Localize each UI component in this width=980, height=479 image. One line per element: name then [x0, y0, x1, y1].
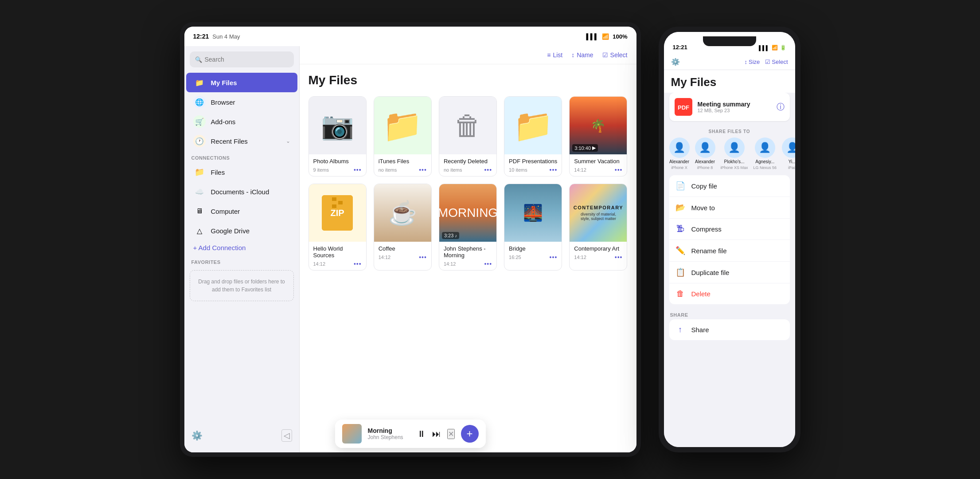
- recently-deleted-more[interactable]: •••: [484, 166, 492, 173]
- itunes-name: iTunes Files: [379, 158, 427, 165]
- summer-name: Summer Vacation: [574, 158, 622, 165]
- avatar-name-5: Yi...: [789, 159, 795, 164]
- add-to-queue-button[interactable]: +: [461, 425, 479, 443]
- avatar-name-4: Agnesiy...: [755, 159, 774, 164]
- phone: 12:21 ▌▌▌ 📶 🔋 ⚙️ ↕ Size ☑ Select: [659, 27, 800, 452]
- avatar-4[interactable]: 👤 Agnesiy... LG Nexus 56: [754, 137, 777, 170]
- pause-button[interactable]: ⏸: [417, 429, 426, 439]
- share-label: Share: [691, 326, 709, 334]
- pdf-more[interactable]: •••: [550, 166, 558, 173]
- phone-status-icons: ▌▌▌ 📶 🔋: [759, 45, 786, 51]
- close-player-button[interactable]: ✕: [447, 429, 455, 439]
- morning-meta: 14:12: [444, 261, 456, 267]
- file-card-photo-albums[interactable]: 📷 Photo Albums 9 items •••: [308, 96, 367, 177]
- move-label: Move to: [691, 204, 715, 212]
- file-card-morning[interactable]: MORNING 3:23 ♪ John Stephens - Morning: [439, 184, 497, 271]
- next-button[interactable]: ⏭: [432, 429, 441, 439]
- file-info-button[interactable]: ⓘ: [777, 102, 785, 112]
- avatar-5[interactable]: 👤 Yi... iPad: [782, 137, 795, 170]
- copy-file-action[interactable]: 📄 Copy file: [669, 175, 790, 197]
- avatar-name-3: Plokho's...: [724, 159, 745, 164]
- sidebar-item-icloud[interactable]: ☁️ Documents - iCloud: [186, 182, 297, 201]
- files-scroll-area[interactable]: My Files 📷 Photo Albums 9 items: [300, 64, 636, 452]
- main-toolbar: ≡ List ↕ Name ☑ Select: [300, 46, 636, 64]
- avatar-device-3: iPhone XS Max: [721, 165, 748, 170]
- sidebar-item-recent[interactable]: 🕐 Recent Files ⌄: [186, 131, 297, 151]
- settings-icon[interactable]: ⚙️: [191, 430, 203, 441]
- move-to-action[interactable]: 📂 Move to: [669, 197, 790, 219]
- morning-more[interactable]: •••: [484, 260, 492, 267]
- compress-action[interactable]: 🗜 Compress: [669, 219, 790, 240]
- duplicate-action[interactable]: 📋 Duplicate file: [669, 262, 790, 283]
- list-icon: ≡: [547, 51, 551, 59]
- file-card-summer[interactable]: 🌴 3:10:40 ▶ Summer Vacation 14:: [569, 96, 627, 177]
- contemporary-meta: 14:12: [574, 255, 586, 260]
- coffee-name: Coffee: [379, 245, 427, 252]
- file-card-itunes[interactable]: 📁 iTunes Files no items •••: [374, 96, 432, 177]
- music-player: Morning John Stephens ⏸ ⏭ ✕ +: [335, 420, 486, 448]
- share-action[interactable]: ↑ Share: [669, 319, 790, 340]
- sidebar-item-gdrive[interactable]: △ Google Drive: [186, 221, 297, 240]
- photo-albums-more[interactable]: •••: [354, 166, 362, 173]
- file-card-pdf[interactable]: 📁 PDF Presentations 10 items •••: [504, 96, 562, 177]
- rename-action[interactable]: ✏️ Rename file: [669, 240, 790, 262]
- hello-world-more[interactable]: •••: [354, 260, 362, 267]
- phone-file-item[interactable]: PDF Meeting summary 12 MB, Sep 23 ⓘ: [669, 93, 790, 121]
- contemporary-more[interactable]: •••: [615, 254, 623, 261]
- tablet-time: 12:21: [193, 33, 209, 40]
- svg-rect-4: [338, 201, 343, 204]
- summer-more[interactable]: •••: [615, 166, 623, 173]
- video-duration: 3:10:40 ▶: [572, 144, 598, 152]
- hello-world-meta: 14:12: [313, 261, 326, 267]
- phone-title: My Files: [664, 70, 795, 93]
- collapse-sidebar-icon[interactable]: ◁: [281, 429, 292, 442]
- avatar-1[interactable]: 👤 Alexander iPhone X: [669, 137, 690, 170]
- phone-check-icon: ☑: [765, 59, 770, 65]
- sidebar-add-connection[interactable]: + Add Connection: [186, 240, 297, 255]
- phone-wifi-icon: 📶: [772, 45, 778, 51]
- recently-deleted-meta: no items: [444, 167, 462, 173]
- file-card-bridge[interactable]: 🌉 Bridge 16:25 •••: [504, 184, 562, 271]
- music-duration: 3:23 ♪: [442, 232, 459, 239]
- sidebar-item-files[interactable]: 📁 Files: [186, 162, 297, 182]
- itunes-more[interactable]: •••: [419, 166, 427, 173]
- share-icon: ↑: [675, 325, 685, 334]
- phone-content[interactable]: PDF Meeting summary 12 MB, Sep 23 ⓘ SHAR…: [664, 93, 795, 447]
- phone-sort-button[interactable]: ↕ Size: [745, 59, 760, 65]
- page-title: My Files: [308, 73, 628, 87]
- addons-icon: 🛒: [195, 118, 204, 126]
- sidebar-search[interactable]: 🔍: [190, 51, 294, 67]
- icloud-icon: ☁️: [195, 188, 204, 196]
- favorites-drop-zone[interactable]: Drag and drop files or folders here to a…: [190, 270, 294, 301]
- sidebar-item-my-files[interactable]: 📁 My Files: [186, 73, 297, 92]
- file-card-contemporary[interactable]: CONTEMPORARY diversity of material,style…: [569, 184, 627, 271]
- phone-select-button[interactable]: ☑ Select: [765, 59, 788, 65]
- avatar-2[interactable]: 👤 Alexander iPhone 8: [695, 137, 715, 170]
- avatar-3[interactable]: 👤 Plokho's... iPhone XS Max: [721, 137, 748, 170]
- phone-settings-icon[interactable]: ⚙️: [671, 58, 680, 66]
- favorites-header: FAVORITES: [184, 255, 299, 267]
- coffee-more[interactable]: •••: [419, 254, 427, 261]
- browser-icon: 🌐: [195, 98, 204, 106]
- morning-name: John Stephens - Morning: [444, 245, 492, 259]
- list-view-button[interactable]: ≡ List: [547, 51, 562, 59]
- duplicate-label: Duplicate file: [691, 269, 730, 276]
- sidebar-item-computer[interactable]: 🖥 Computer: [186, 201, 297, 221]
- sort-name-button[interactable]: ↕ Name: [571, 51, 593, 59]
- delete-action[interactable]: 🗑 Delete: [669, 283, 790, 304]
- phone-time: 12:21: [673, 44, 687, 51]
- computer-icon: 🖥: [196, 207, 203, 215]
- sidebar-item-addons[interactable]: 🛒 Add-ons: [186, 112, 297, 131]
- sidebar-item-browser[interactable]: 🌐 Browser: [186, 92, 297, 112]
- file-card-coffee[interactable]: ☕ Coffee 14:12 •••: [374, 184, 432, 271]
- file-card-hello-world[interactable]: ZIP Hello World Sources 14:12: [308, 184, 367, 271]
- music-title: Morning: [368, 427, 411, 434]
- file-card-recently-deleted[interactable]: 🗑 Recently Deleted no items •••: [439, 96, 497, 177]
- svg-rect-5: [332, 204, 336, 208]
- select-check-icon: ☑: [602, 51, 608, 59]
- select-button[interactable]: ☑ Select: [602, 51, 628, 59]
- bridge-more[interactable]: •••: [550, 254, 558, 261]
- avatar-name-1: Alexander: [669, 159, 689, 164]
- sidebar-browser-label: Browser: [211, 98, 235, 106]
- search-input[interactable]: [205, 56, 289, 63]
